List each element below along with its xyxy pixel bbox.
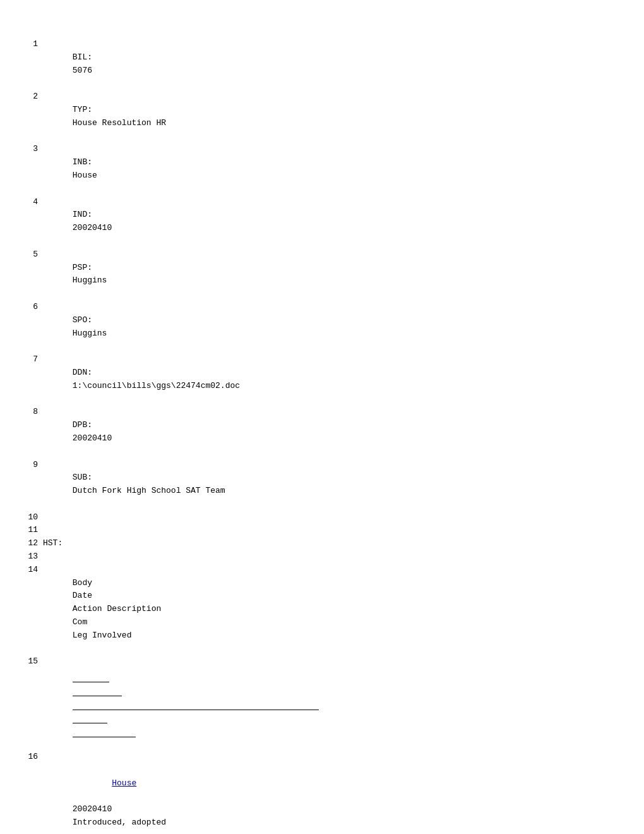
line-num-12: 12	[25, 537, 43, 550]
line-content-8: DPB: 20020410	[43, 406, 619, 458]
field-label-bil: BIL:	[73, 51, 104, 64]
line-5: 5 PSP: Huggins	[25, 248, 619, 301]
field-label-ddn: DDN:	[73, 366, 104, 380]
line-4: 4 IND: 20020410	[25, 196, 619, 248]
line-num-1: 1	[25, 38, 43, 51]
col-header-body: Body	[73, 577, 117, 590]
line-content-1: BIL: 5076	[43, 38, 619, 90]
field-label-inb: INB:	[73, 156, 104, 169]
line-content-6: SPO: Huggins	[43, 301, 619, 353]
table-row-action: Introduced, adopted	[73, 816, 338, 830]
line-10: 10	[25, 511, 619, 524]
field-value-ind: 20020410	[73, 223, 112, 233]
line-num-14: 14	[25, 564, 43, 577]
field-value-psp: Huggins	[73, 275, 107, 285]
line-13: 13	[25, 550, 619, 564]
table-row-body[interactable]: House	[73, 764, 117, 803]
field-label-sub: SUB:	[73, 471, 104, 485]
line-1: 1 BIL: 5076	[25, 38, 619, 90]
field-label-psp: PSP:	[73, 262, 104, 275]
line-12: 12 HST:	[25, 537, 619, 550]
line-6: 6 SPO: Huggins	[25, 301, 619, 353]
field-label-ind: IND:	[73, 208, 104, 222]
line-2: 2 TYP: House Resolution HR	[25, 90, 619, 143]
field-value-typ: House Resolution HR	[73, 118, 166, 128]
field-value-spo: Huggins	[73, 329, 107, 338]
col-header-action: Action Description	[73, 603, 338, 616]
line-num-8: 8	[25, 406, 43, 419]
table-row-date: 20020410	[73, 803, 129, 816]
line-content-3: INB: House	[43, 143, 619, 195]
field-value-dpb: 20020410	[73, 433, 112, 443]
line-7: 7 DDN: 1:\council\bills\ggs\22474cm02.do…	[25, 353, 619, 406]
line-content-9: SUB: Dutch Fork High School SAT Team	[43, 459, 619, 511]
line-3: 3 INB: House	[25, 143, 619, 195]
line-14: 14 Body Date Action Description Com Leg …	[25, 564, 619, 656]
col-header-leg: Leg Involved	[73, 629, 132, 643]
field-value-sub: Dutch Fork High School SAT Team	[73, 486, 225, 495]
col-header-com: Com	[73, 616, 123, 629]
line-num-7: 7	[25, 353, 43, 366]
field-label-typ: TYP:	[73, 104, 104, 117]
field-value-inb: House	[73, 171, 97, 180]
line-num-15: 15	[25, 655, 43, 668]
line-content-5: PSP: Huggins	[43, 248, 619, 301]
line-content-7: DDN: 1:\council\bills\ggs\22474cm02.doc	[43, 353, 619, 406]
line-11: 11	[25, 524, 619, 537]
line-content-4: IND: 20020410	[43, 196, 619, 248]
line-num-6: 6	[25, 301, 43, 314]
line-num-10: 10	[25, 511, 43, 524]
field-value-ddn: 1:\council\bills\ggs\22474cm02.doc	[73, 381, 240, 390]
line-num-9: 9	[25, 459, 43, 472]
line-16: 16 House 20020410 Introduced, adopted	[25, 751, 619, 834]
line-num-4: 4	[25, 196, 43, 209]
field-label-dpb: DPB:	[73, 419, 104, 432]
line-num-5: 5	[25, 248, 43, 262]
line-15: 15	[25, 655, 619, 751]
line-9: 9 SUB: Dutch Fork High School SAT Team	[25, 459, 619, 511]
line-num-16: 16	[25, 751, 43, 764]
line-num-13: 13	[25, 550, 43, 564]
document-content: 1 BIL: 5076 2 TYP: House Resolution HR 3…	[25, 38, 619, 834]
line-content-2: TYP: House Resolution HR	[43, 90, 619, 143]
line-num-2: 2	[25, 90, 43, 104]
line-8: 8 DPB: 20020410	[25, 406, 619, 458]
house-link[interactable]: House	[112, 778, 136, 788]
hst-label: HST:	[43, 537, 619, 550]
field-value-bil: 5076	[73, 66, 92, 75]
line-num-11: 11	[25, 524, 43, 537]
line-num-3: 3	[25, 143, 43, 156]
field-label-spo: SPO:	[73, 314, 104, 327]
col-header-date: Date	[73, 589, 129, 603]
